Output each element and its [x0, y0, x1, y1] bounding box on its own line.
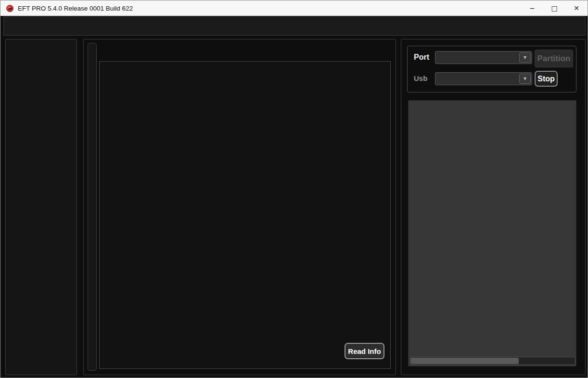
chevron-down-icon[interactable]: ▼: [519, 52, 531, 63]
app-icon: [6, 5, 13, 12]
stop-button[interactable]: Stop: [535, 71, 558, 87]
partition-button[interactable]: Partition: [535, 50, 573, 67]
read-info-button[interactable]: Read Info: [345, 343, 384, 359]
usb-dropdown[interactable]: ▼: [435, 72, 532, 85]
usb-value: [435, 73, 518, 85]
app-window: EFT PRO 5.4.0 Release 0001 Build 622 − □…: [0, 0, 588, 378]
log-horizontal-scrollbar[interactable]: [409, 357, 575, 365]
tab-content-panel: [99, 61, 391, 369]
sidebar: [5, 39, 77, 375]
port-dropdown[interactable]: ▼: [435, 51, 532, 64]
title-bar: EFT PRO 5.4.0 Release 0001 Build 622 − □…: [0, 0, 588, 16]
maximize-button[interactable]: □: [543, 0, 565, 16]
usb-label: Usb: [414, 74, 427, 82]
scrollbar-thumb[interactable]: [410, 358, 519, 364]
menu-bar: [3, 16, 586, 36]
collapsed-splitter[interactable]: [88, 43, 97, 371]
port-group: Port ▼ Partition Usb ▼ Stop: [407, 46, 576, 92]
window-title: EFT PRO 5.4.0 Release 0001 Build 622: [18, 5, 133, 12]
minimize-button[interactable]: −: [521, 0, 543, 16]
port-label: Port: [414, 53, 429, 62]
window-controls: − □ ✕: [521, 0, 588, 16]
log-output: [408, 100, 576, 366]
port-value: [435, 52, 518, 64]
close-button[interactable]: ✕: [565, 0, 588, 16]
chevron-down-icon[interactable]: ▼: [519, 74, 531, 84]
